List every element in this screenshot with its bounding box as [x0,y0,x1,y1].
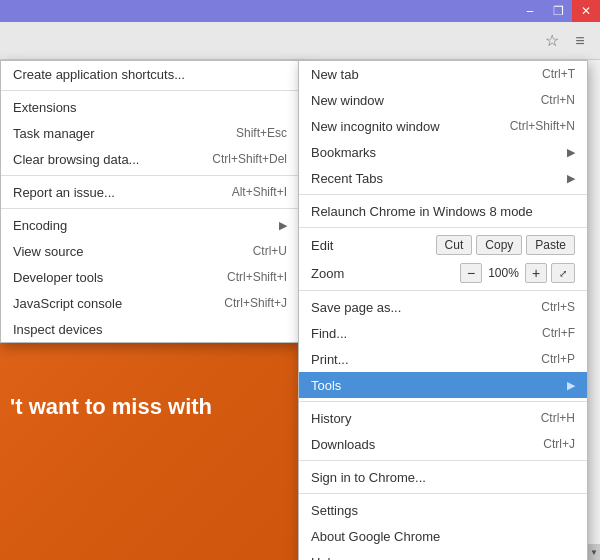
submenu-dev-tools-shortcut: Ctrl+Shift+I [227,270,287,284]
menu-item-new-window[interactable]: New window Ctrl+N [299,87,587,113]
chevron-right-icon: ▶ [567,146,575,159]
submenu-item-clear-browsing[interactable]: Clear browsing data... Ctrl+Shift+Del [1,146,299,172]
menu-item-history[interactable]: History Ctrl+H [299,405,587,431]
menu-item-sign-in-label: Sign in to Chrome... [311,470,575,485]
menu-item-new-incognito[interactable]: New incognito window Ctrl+Shift+N [299,113,587,139]
submenu-item-js-console[interactable]: JavaScript console Ctrl+Shift+J [1,290,299,316]
menu-item-bookmarks[interactable]: Bookmarks ▶ [299,139,587,165]
edit-row: Edit Cut Copy Paste [299,231,587,259]
menu-item-find-label: Find... [311,326,522,341]
menu-item-new-incognito-shortcut: Ctrl+Shift+N [510,119,575,133]
submenu-js-console-label: JavaScript console [13,296,204,311]
menu-item-new-tab-shortcut: Ctrl+T [542,67,575,81]
menu-item-new-tab[interactable]: New tab Ctrl+T [299,61,587,87]
submenu-item-encoding[interactable]: Encoding ▶ [1,212,299,238]
zoom-out-button[interactable]: − [460,263,482,283]
page-headline: 't want to miss with [10,394,212,420]
zoom-label: Zoom [311,266,460,281]
submenu-report-issue-shortcut: Alt+Shift+I [232,185,287,199]
menu-item-history-shortcut: Ctrl+H [541,411,575,425]
menu-item-tools[interactable]: Tools ▶ [299,372,587,398]
menu-separator-2 [299,227,587,228]
submenu-view-source-label: View source [13,244,233,259]
title-bar: – ❐ ✕ [0,0,600,22]
menu-item-relaunch[interactable]: Relaunch Chrome in Windows 8 mode [299,198,587,224]
fullscreen-button[interactable]: ⤢ [551,263,575,283]
menu-item-downloads[interactable]: Downloads Ctrl+J [299,431,587,457]
zoom-in-button[interactable]: + [525,263,547,283]
menu-item-recent-tabs[interactable]: Recent Tabs ▶ [299,165,587,191]
menu-item-print-label: Print... [311,352,521,367]
submenu-inspect-devices-label: Inspect devices [13,322,287,337]
submenu-item-create-shortcuts[interactable]: Create application shortcuts... [1,61,299,87]
submenu-separator-1 [1,90,299,91]
menu-item-settings-label: Settings [311,503,575,518]
submenu-report-issue-label: Report an issue... [13,185,212,200]
menu-separator-1 [299,194,587,195]
browser-toolbar: ☆ ≡ [0,22,600,60]
submenu-clear-browsing-label: Clear browsing data... [13,152,192,167]
menu-item-save-page-label: Save page as... [311,300,521,315]
menu-separator-6 [299,493,587,494]
chevron-right-icon: ▶ [279,219,287,232]
menu-item-find-shortcut: Ctrl+F [542,326,575,340]
chrome-menu-button[interactable]: ≡ [566,27,594,55]
menu-item-tools-label: Tools [311,378,563,393]
submenu-item-extensions[interactable]: Extensions [1,94,299,120]
paste-button[interactable]: Paste [526,235,575,255]
minimize-button[interactable]: – [516,0,544,22]
menu-separator-3 [299,290,587,291]
menu-item-bookmarks-label: Bookmarks [311,145,563,160]
submenu-dev-tools-label: Developer tools [13,270,207,285]
menu-item-relaunch-label: Relaunch Chrome in Windows 8 mode [311,204,575,219]
menu-item-save-page[interactable]: Save page as... Ctrl+S [299,294,587,320]
cut-button[interactable]: Cut [436,235,473,255]
copy-button[interactable]: Copy [476,235,522,255]
close-button[interactable]: ✕ [572,0,600,22]
menu-item-find[interactable]: Find... Ctrl+F [299,320,587,346]
submenu-clear-browsing-shortcut: Ctrl+Shift+Del [212,152,287,166]
bookmark-star-button[interactable]: ☆ [538,27,566,55]
maximize-button[interactable]: ❐ [544,0,572,22]
menu-item-recent-tabs-label: Recent Tabs [311,171,563,186]
menu-separator-5 [299,460,587,461]
submenu-item-task-manager[interactable]: Task manager Shift+Esc [1,120,299,146]
menu-item-about-label: About Google Chrome [311,529,575,544]
submenu-task-manager-label: Task manager [13,126,216,141]
menu-item-settings[interactable]: Settings [299,497,587,523]
menu-item-sign-in[interactable]: Sign in to Chrome... [299,464,587,490]
menu-item-new-window-shortcut: Ctrl+N [541,93,575,107]
edit-label: Edit [311,238,432,253]
scroll-down-arrow[interactable]: ▼ [588,544,600,560]
submenu-js-console-shortcut: Ctrl+Shift+J [224,296,287,310]
submenu-item-report-issue[interactable]: Report an issue... Alt+Shift+I [1,179,299,205]
star-icon: ☆ [545,31,559,50]
menu-item-new-incognito-label: New incognito window [311,119,490,134]
submenu-extensions-label: Extensions [13,100,287,115]
menu-item-help[interactable]: Help [299,549,587,560]
chrome-menu-dropdown: New tab Ctrl+T New window Ctrl+N New inc… [298,60,588,560]
submenu-encoding-label: Encoding [13,218,275,233]
menu-item-new-tab-label: New tab [311,67,522,82]
submenu-item-dev-tools[interactable]: Developer tools Ctrl+Shift+I [1,264,299,290]
submenu-task-manager-shortcut: Shift+Esc [236,126,287,140]
menu-item-print-shortcut: Ctrl+P [541,352,575,366]
submenu-item-inspect-devices[interactable]: Inspect devices [1,316,299,342]
menu-item-downloads-shortcut: Ctrl+J [543,437,575,451]
menu-separator-4 [299,401,587,402]
hamburger-icon: ≡ [575,32,584,50]
zoom-row: Zoom − 100% + ⤢ [299,259,587,287]
chevron-right-icon: ▶ [567,172,575,185]
menu-item-save-page-shortcut: Ctrl+S [541,300,575,314]
page-scrollbar[interactable]: ▼ [588,60,600,560]
menu-item-about[interactable]: About Google Chrome [299,523,587,549]
page-area: 't want to miss with New tab Ctrl+T New … [0,60,600,560]
zoom-value-display: 100% [486,266,521,280]
zoom-controls: − 100% + ⤢ [460,263,575,283]
submenu-separator-3 [1,208,299,209]
menu-item-help-label: Help [311,555,575,561]
menu-item-print[interactable]: Print... Ctrl+P [299,346,587,372]
submenu-separator-2 [1,175,299,176]
chevron-right-icon: ▶ [567,379,575,392]
submenu-item-view-source[interactable]: View source Ctrl+U [1,238,299,264]
